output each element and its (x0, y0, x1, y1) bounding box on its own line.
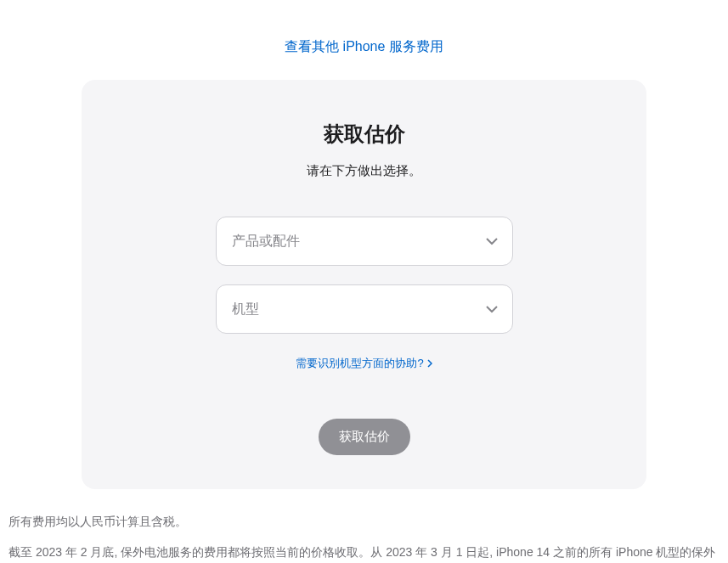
card-title: 获取估价 (116, 121, 612, 148)
chevron-right-icon (427, 359, 432, 368)
other-service-fees-link[interactable]: 查看其他 iPhone 服务费用 (285, 39, 443, 53)
footer-text: 所有费用均以人民币计算且含税。 截至 2023 年 2 月底, 保外电池服务的费… (8, 489, 720, 563)
model-select-placeholder: 机型 (232, 301, 259, 318)
estimate-card: 获取估价 请在下方做出选择。 产品或配件 机型 需要识别机型方面 (82, 80, 646, 489)
product-select-placeholder: 产品或配件 (232, 233, 300, 251)
model-select-wrapper: 机型 (216, 284, 513, 334)
help-link-label: 需要识别机型方面的协助? (296, 356, 423, 371)
footer-line2-part1: 截至 2023 年 2 月底, 保外电池服务的费用都将按照当前的价格收取。从 2… (8, 545, 715, 563)
model-select[interactable]: 机型 (216, 284, 513, 334)
identify-model-help-link[interactable]: 需要识别机型方面的协助? (296, 356, 432, 371)
footer-line2: 截至 2023 年 2 月底, 保外电池服务的费用都将按照当前的价格收取。从 2… (8, 540, 720, 563)
footer-line1: 所有费用均以人民币计算且含税。 (8, 510, 720, 533)
get-estimate-button[interactable]: 获取估价 (319, 419, 410, 455)
card-subtitle: 请在下方做出选择。 (116, 163, 612, 179)
product-select-wrapper: 产品或配件 (216, 217, 513, 266)
top-link-container: 查看其他 iPhone 服务费用 (8, 0, 720, 80)
product-select[interactable]: 产品或配件 (216, 217, 513, 266)
